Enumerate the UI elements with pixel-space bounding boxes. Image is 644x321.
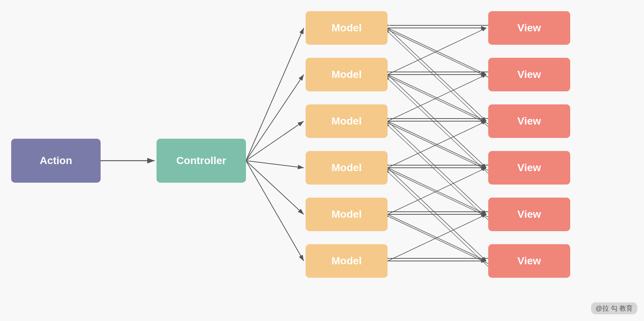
model-node-5: Model	[306, 198, 388, 231]
svg-line-22	[388, 168, 486, 214]
action-node: Action	[11, 139, 101, 183]
svg-line-24	[388, 168, 486, 214]
model-1-label: Model	[332, 22, 362, 34]
watermark: @拉 勾 教育	[591, 302, 637, 314]
svg-line-16	[388, 75, 486, 121]
svg-line-38	[389, 170, 488, 217]
svg-line-26	[388, 214, 486, 261]
svg-line-14	[388, 75, 486, 121]
view-node-4: View	[488, 151, 570, 185]
svg-line-18	[388, 121, 486, 168]
diagram-container: Action Controller Model Model Model Mode…	[0, 0, 644, 321]
view-4-label: View	[517, 162, 541, 174]
model-node-3: Model	[306, 104, 388, 138]
svg-line-42	[389, 127, 488, 220]
view-6-label: View	[517, 255, 541, 267]
svg-line-5	[246, 121, 304, 161]
model-node-2: Model	[306, 58, 388, 91]
model-4-label: Model	[332, 162, 362, 174]
svg-line-39	[389, 217, 488, 264]
view-node-2: View	[488, 58, 570, 91]
svg-line-15	[388, 75, 486, 168]
svg-line-12	[388, 28, 486, 75]
svg-line-37	[389, 124, 488, 170]
svg-line-40	[389, 33, 488, 127]
svg-line-41	[389, 80, 488, 173]
svg-line-19	[388, 121, 486, 214]
view-node-5: View	[488, 198, 570, 231]
svg-line-3	[246, 28, 304, 161]
view-node-6: View	[488, 244, 570, 278]
model-6-label: Model	[332, 255, 362, 267]
svg-line-10	[388, 28, 486, 75]
view-node-3: View	[488, 104, 570, 138]
model-5-label: Model	[332, 208, 362, 220]
model-3-label: Model	[332, 115, 362, 127]
svg-line-23	[388, 168, 486, 261]
svg-line-8	[246, 161, 304, 261]
controller-node: Controller	[157, 139, 246, 183]
controller-label: Controller	[176, 155, 226, 167]
svg-line-6	[246, 161, 304, 168]
svg-line-35	[389, 31, 488, 77]
svg-line-4	[246, 75, 304, 161]
action-label: Action	[40, 155, 72, 167]
model-2-label: Model	[332, 69, 362, 81]
view-node-1: View	[488, 11, 570, 45]
svg-line-43	[389, 173, 488, 267]
svg-line-11	[388, 28, 486, 121]
svg-line-36	[389, 77, 488, 124]
model-node-4: Model	[306, 151, 388, 185]
view-3-label: View	[517, 115, 541, 127]
view-5-label: View	[517, 208, 541, 220]
model-node-6: Model	[306, 244, 388, 278]
view-2-label: View	[517, 69, 541, 81]
model-node-1: Model	[306, 11, 388, 45]
view-1-label: View	[517, 22, 541, 34]
svg-line-20	[388, 121, 486, 168]
svg-line-27	[388, 214, 486, 261]
svg-line-7	[246, 161, 304, 214]
